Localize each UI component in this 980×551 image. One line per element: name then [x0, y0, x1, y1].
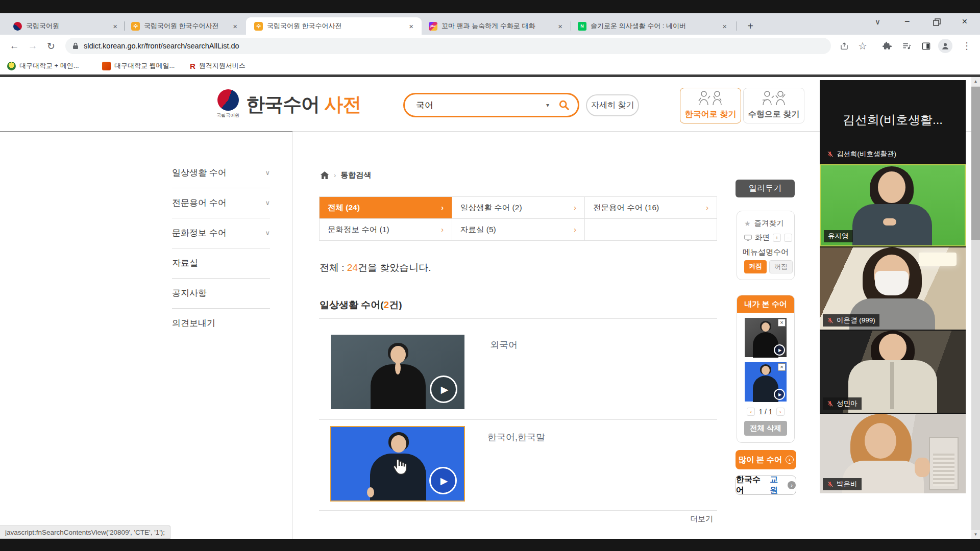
sidebar-vertical-divider	[292, 132, 293, 539]
result-tab-label: 일상생활 수어 (2)	[460, 203, 522, 213]
tab-close-icon[interactable]: ×	[722, 22, 727, 31]
address-bar[interactable]: sldict.korean.go.kr/front/search/searchA…	[65, 38, 831, 54]
result-label-foreign-language[interactable]: 외국어	[490, 339, 518, 351]
top-letterbox	[0, 0, 980, 13]
ceiling-light	[919, 253, 957, 266]
scrollbar-down-icon[interactable]: ▼	[971, 530, 980, 539]
share-icon[interactable]	[837, 39, 851, 53]
tab-separator	[124, 21, 125, 31]
menu-kebab-icon[interactable]: ⋮	[960, 39, 974, 53]
tab-close-icon[interactable]: ×	[558, 22, 562, 31]
guide-button[interactable]: 일러두기	[736, 180, 795, 197]
play-icon[interactable]: ▶	[430, 375, 457, 403]
back-icon[interactable]: ←	[7, 39, 21, 53]
tab-korean-institute[interactable]: 국립국어원 ×	[8, 17, 122, 35]
remove-thumbnail-icon[interactable]: ×	[778, 363, 786, 371]
menu-divider	[172, 308, 270, 309]
find-by-handshape-button[interactable]: 수형으로 찾기	[743, 88, 804, 123]
sidebar-item-daily-sign[interactable]: 일상생활 수어 ∨	[172, 165, 270, 180]
tab-close-icon[interactable]: ×	[233, 22, 237, 31]
result-video-foreign-language[interactable]: ▶	[331, 335, 464, 409]
window-close-button[interactable]: ✕	[962, 17, 968, 26]
sidebar-item-library[interactable]: 자료실	[172, 255, 270, 270]
extensions-icon[interactable]	[880, 39, 894, 53]
window-restore-button[interactable]	[933, 18, 941, 28]
profile-avatar[interactable]	[938, 39, 952, 53]
side-panel-icon[interactable]	[919, 39, 933, 53]
reload-icon[interactable]: ↻	[44, 39, 58, 53]
result-tab-daily[interactable]: 일상생활 수어 (2) ›	[452, 196, 585, 219]
participant-name-tag: 이은결 (999)	[823, 314, 879, 327]
sidebar-item-terminology-sign[interactable]: 전문용어 수어 ∨	[172, 195, 270, 210]
forward-icon[interactable]: →	[26, 39, 40, 53]
media-controls-icon[interactable]	[899, 39, 914, 53]
my-sign-thumbnail[interactable]: × ▶	[745, 318, 787, 357]
result-label-korean-language[interactable]: 한국어,한국말	[487, 431, 545, 443]
home-icon[interactable]	[320, 171, 329, 180]
search-dropdown-caret-icon[interactable]: ▾	[546, 102, 549, 109]
participant-tile-leeeungyeol[interactable]: 이은결 (999)	[820, 247, 966, 330]
search-box[interactable]: 국어 ▾	[403, 93, 579, 117]
bookmark-remote-support[interactable]: R 원격지원서비스	[190, 60, 246, 72]
find-by-korean-button[interactable]: 한국어로 찾기	[680, 88, 741, 123]
search-input[interactable]: 국어	[416, 99, 546, 111]
sidebar-item-notice[interactable]: 공지사항	[172, 285, 270, 300]
sidebar-item-culture-sign[interactable]: 문화정보 수어 ∨	[172, 225, 270, 240]
sign-teacher-button[interactable]: 한국수어 교원 ›	[736, 475, 796, 495]
favorites-row[interactable]: ★ 즐겨찾기	[744, 218, 794, 228]
participant-figure	[879, 334, 906, 362]
play-icon[interactable]: ▶	[774, 389, 785, 400]
result-tab-all[interactable]: 전체 (24) ›	[319, 196, 452, 219]
result-tab-terminology[interactable]: 전문용어 수어 (16) ›	[584, 196, 717, 219]
tab-search-chevron-icon[interactable]: ∨	[875, 17, 880, 27]
chevron-right-icon: ›	[441, 226, 444, 234]
new-tab-button[interactable]: +	[741, 17, 760, 35]
bookmark-star-icon[interactable]: ☆	[855, 39, 870, 53]
tab-separator	[571, 21, 571, 31]
play-icon[interactable]: ▶	[429, 467, 457, 494]
participant-tile-yoojiyoung[interactable]: 유지영	[820, 164, 966, 246]
video-call-panel: 김선희(비호생활... 김선희(비호생활관) 유지영 이은결	[820, 80, 966, 493]
site-title[interactable]: 한국수어 사전	[246, 92, 361, 117]
bookmark-daegu-webmail[interactable]: 대구대학교 웹메일...	[102, 60, 175, 72]
url-text[interactable]: sldict.korean.go.kr/front/search/searchA…	[84, 42, 239, 50]
tab-jtbc[interactable]: jtbc 꼬마 팬과 능숙하게 수화로 대화 ×	[424, 17, 568, 35]
my-sign-thumbnail[interactable]: × ▶	[745, 362, 787, 402]
section-suffix: 건)	[389, 299, 402, 310]
popular-signs-button[interactable]: 많이 본 수어 ›	[736, 450, 796, 469]
tab-sldict-active[interactable]: 수 국립국어원 한국수어사전 ×	[246, 17, 422, 35]
window-minimize-button[interactable]: −	[904, 16, 910, 27]
bookmark-daegu-main[interactable]: 대구대학교 + 메인...	[7, 60, 79, 72]
section-count: 2	[384, 299, 389, 310]
remove-thumbnail-icon[interactable]: ×	[778, 319, 786, 327]
toggle-off-button[interactable]: 꺼짐	[769, 260, 793, 273]
scrollbar-up-icon[interactable]: ▲	[971, 77, 980, 86]
more-link[interactable]: 더보기	[690, 514, 713, 524]
page-prev-button[interactable]: ‹	[747, 408, 755, 416]
participant-tile-parkeunbi[interactable]: 박은비	[820, 414, 966, 493]
scrollbar-thumb[interactable]	[971, 87, 980, 240]
tab-naver[interactable]: N 슬기로운 의사생활 수어 : 네이버 ×	[573, 17, 732, 35]
site-logo[interactable]: 국립국어원	[216, 89, 239, 119]
tab-close-icon[interactable]: ×	[409, 22, 413, 31]
sidebar-item-feedback[interactable]: 의견보내기	[172, 315, 270, 331]
result-tab-culture[interactable]: 문화정보 수어 (1) ›	[319, 218, 452, 241]
participant-name: 박은비	[837, 480, 857, 489]
page-next-button[interactable]: ›	[776, 408, 785, 416]
result-tab-library[interactable]: 자료실 (5) ›	[452, 218, 585, 241]
tab-title: 슬기로운 의사생활 수어 : 네이버	[591, 21, 718, 31]
zoom-out-button[interactable]: −	[784, 234, 792, 242]
delete-all-button[interactable]: 전체 삭제	[744, 421, 787, 436]
summary-prefix: 전체 :	[320, 262, 347, 273]
participant-tile-seongmina[interactable]: 성민아	[820, 331, 966, 413]
search-icon[interactable]	[558, 99, 570, 111]
tab-sldict-1[interactable]: 수 국립국어원 한국수어사전 ×	[126, 17, 242, 35]
mic-off-icon	[827, 481, 834, 488]
play-icon[interactable]: ▶	[774, 344, 785, 356]
zoom-in-button[interactable]: +	[773, 234, 781, 242]
participant-tile-kimsunhee[interactable]: 김선희(비호생활... 김선희(비호생활관)	[820, 80, 966, 163]
detail-search-button[interactable]: 자세히 찾기	[586, 94, 639, 116]
toggle-on-button[interactable]: 켜짐	[744, 260, 767, 273]
tab-close-icon[interactable]: ×	[113, 22, 117, 31]
signer-figure	[753, 375, 778, 402]
